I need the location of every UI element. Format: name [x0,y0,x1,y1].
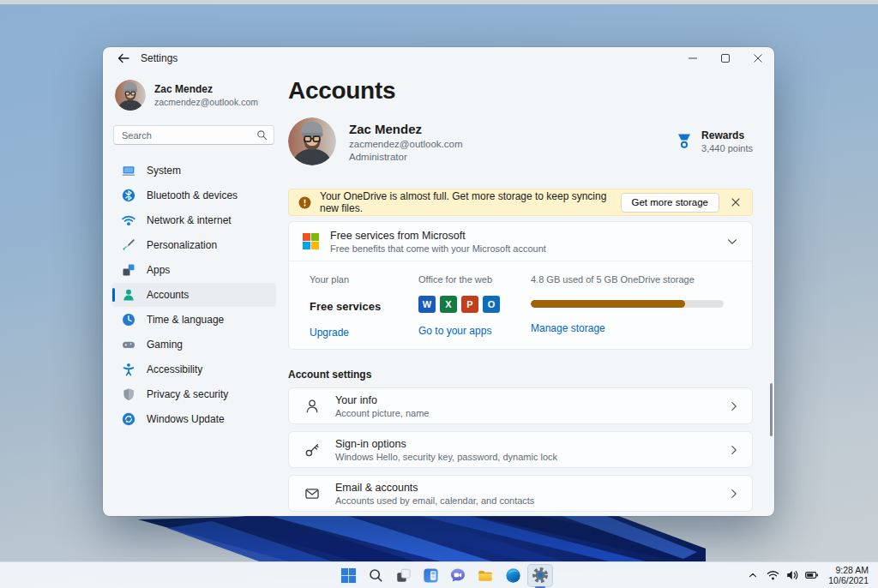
tray-chevron-up-icon[interactable] [746,567,760,584]
back-button[interactable] [114,51,133,66]
search-icon [368,567,384,584]
your-info-row[interactable]: Your info Account picture, name [288,387,753,424]
gear-icon [532,567,549,584]
profile-name: Zac Mendez [349,122,463,136]
widgets-icon [423,567,439,584]
window-title: Settings [141,52,177,64]
sidebar-item-bluetooth[interactable]: Bluetooth & devices [111,183,276,207]
edge-icon [505,567,521,584]
banner-close-button[interactable] [726,193,745,212]
edge-button[interactable] [500,564,526,587]
account-settings-header: Account settings [288,369,753,381]
user-avatar [115,80,146,111]
window-scrollbar[interactable] [770,383,773,436]
clock-icon [122,313,135,327]
sidebar-item-windows-update[interactable]: Windows Update [111,407,276,431]
outlook-icon[interactable]: O [483,296,500,313]
settings-taskbar-button[interactable] [527,564,553,587]
services-title: Free services from Microsoft [330,230,726,242]
sidebar-item-label: Gaming [147,339,183,351]
go-to-apps-link[interactable]: Go to your apps [418,325,531,337]
chevron-right-icon [728,444,740,456]
row-title: Sign-in options [335,438,557,450]
screen-top-strip [0,0,878,4]
sidebar-item-label: Bluetooth & devices [147,189,238,201]
maximize-button[interactable] [709,47,742,69]
settings-window: Settings Zac Mendez [103,47,774,516]
widgets-button[interactable] [418,564,443,587]
task-view-button[interactable] [390,564,416,587]
profile-role: Administrator [349,152,463,162]
gamepad-icon [122,338,135,351]
email-accounts-row[interactable]: Email & accounts Accounts used by email,… [288,475,753,512]
row-title: Email & accounts [335,482,534,494]
sidebar: Zac Mendez zacmendez@outlook.com System [103,69,285,516]
taskbar-clock[interactable]: 9:28 AM 10/6/2021 [828,565,869,586]
sidebar-item-gaming[interactable]: Gaming [111,333,276,357]
tray-volume-icon[interactable] [785,567,799,584]
search-input[interactable] [113,125,274,145]
powerpoint-icon[interactable]: P [461,296,478,313]
excel-icon[interactable]: X [440,296,457,313]
tray-battery-icon[interactable] [805,567,819,584]
sidebar-item-label: Windows Update [147,413,225,425]
free-services-expander[interactable]: Free services from Microsoft Free benefi… [289,222,752,261]
minimize-button[interactable] [677,47,709,69]
sidebar-item-accounts[interactable]: Accounts [111,283,276,307]
profile-avatar [288,117,336,165]
banner-message: Your OneDrive is almost full. Get more s… [320,190,621,214]
services-detail: Your plan Free services Upgrade Office f… [289,261,752,339]
rewards-label: Rewards [701,129,753,141]
windows-logo-icon [340,567,357,584]
file-explorer-button[interactable] [472,564,498,587]
manage-storage-link[interactable]: Manage storage [531,322,731,334]
start-button[interactable] [335,564,361,587]
update-icon [122,412,135,426]
bluetooth-icon [122,189,135,202]
free-services-card: Free services from Microsoft Free benefi… [288,221,753,350]
sidebar-item-label: Personalization [147,239,217,251]
window-controls [677,47,774,69]
close-icon [731,198,740,207]
close-button[interactable] [742,47,774,69]
word-icon[interactable]: W [418,296,436,313]
sidebar-item-system[interactable]: System [111,159,276,183]
row-title: Your info [335,394,429,406]
wallpaper-bloom [133,509,706,562]
row-subtitle: Accounts used by email, calendar, and co… [335,495,534,506]
chevron-right-icon [728,400,740,412]
clock-time: 9:28 AM [828,565,869,576]
rewards-widget[interactable]: Rewards 3,440 points [675,129,753,153]
sidebar-user-name: Zac Mendez [154,83,258,95]
services-subtitle: Free benefits that come with your Micros… [330,243,726,254]
taskbar-search-button[interactable] [363,564,388,587]
sidebar-item-apps[interactable]: Apps [111,258,276,282]
upgrade-link[interactable]: Upgrade [310,327,418,339]
office-label: Office for the web [418,274,531,286]
desktop: Settings Zac Mendez [0,0,878,588]
onedrive-banner: Your OneDrive is almost full. Get more s… [288,189,753,216]
sidebar-item-accessibility[interactable]: Accessibility [111,357,276,381]
minimize-icon [689,54,697,63]
sidebar-item-label: Apps [147,264,170,276]
close-icon [754,54,762,63]
get-more-storage-button[interactable]: Get more storage [621,193,719,213]
taskbar: 9:28 AM 10/6/2021 [0,561,878,588]
person-icon [122,288,135,302]
tray-wifi-icon[interactable] [766,567,779,584]
clock-date: 10/6/2021 [828,575,869,586]
sidebar-user-email: zacmendez@outlook.com [154,97,258,107]
brush-icon [122,238,135,252]
sidebar-item-network[interactable]: Network & internet [111,208,276,232]
sign-in-options-row[interactable]: Sign-in options Windows Hello, security … [288,431,753,468]
sidebar-item-privacy[interactable]: Privacy & security [111,382,276,406]
storage-progress-bar [531,300,724,308]
chat-button[interactable] [445,564,471,587]
sidebar-item-personalization[interactable]: Personalization [111,233,276,257]
sidebar-user-card[interactable]: Zac Mendez zacmendez@outlook.com [111,80,276,111]
sidebar-item-time-language[interactable]: Time & language [111,308,276,332]
row-subtitle: Account picture, name [335,408,429,418]
sidebar-item-label: Privacy & security [147,388,228,400]
sidebar-item-label: Accounts [147,289,189,301]
titlebar: Settings [103,47,774,69]
